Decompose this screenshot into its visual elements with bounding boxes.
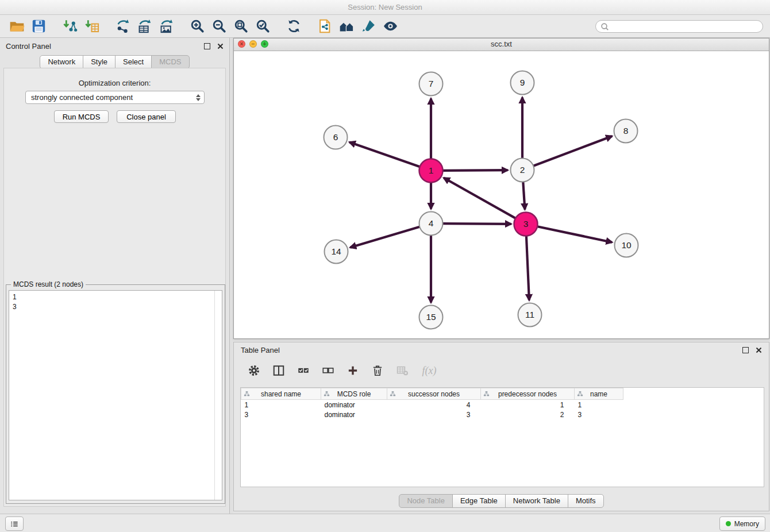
- tree-icon: [324, 391, 330, 397]
- table-tab-node-table[interactable]: Node Table: [399, 494, 453, 508]
- zoom-out-icon: [211, 18, 227, 34]
- paint-style-button[interactable]: [359, 17, 378, 36]
- show-hide-button[interactable]: [381, 17, 399, 36]
- close-table-panel-icon[interactable]: [756, 347, 762, 353]
- first-neighbors-button[interactable]: [337, 17, 356, 36]
- column-header-shared-name[interactable]: shared name: [241, 388, 321, 400]
- result-scrollbar-track[interactable]: [214, 291, 222, 500]
- mcds-result-title: MCDS result (2 nodes): [11, 280, 86, 288]
- graph-edge-2-8[interactable]: [533, 136, 612, 166]
- column-header-successor-nodes[interactable]: successor nodes: [387, 388, 481, 400]
- control-tab-network[interactable]: Network: [40, 55, 83, 69]
- cell-successor-nodes: 3: [387, 410, 481, 419]
- window-title: Session: New Session: [348, 3, 422, 11]
- column-header-predecessor-nodes[interactable]: predecessor nodes: [481, 388, 575, 400]
- svg-text:11: 11: [525, 310, 534, 319]
- table-tab-edge-table[interactable]: Edge Table: [452, 494, 506, 508]
- export-network-button[interactable]: [113, 17, 132, 36]
- graph-node-9[interactable]: 9: [511, 71, 534, 95]
- network-window-title: scc.txt: [491, 40, 512, 48]
- control-panel-header: Control Panel: [0, 38, 229, 54]
- delete-column-button[interactable]: [370, 363, 385, 378]
- zoom-in-button[interactable]: [188, 17, 206, 36]
- graph-node-3[interactable]: 3: [514, 213, 538, 236]
- tree-icon: [390, 391, 396, 397]
- graph-edge-1-2[interactable]: [443, 170, 508, 171]
- zoom-window-button[interactable]: +: [261, 40, 268, 48]
- network-canvas[interactable]: 7968124314101511: [234, 51, 769, 338]
- svg-text:14: 14: [331, 246, 341, 256]
- column-header-filler: [623, 388, 764, 400]
- clone-network-button[interactable]: [315, 17, 334, 36]
- tree-icon: [244, 391, 250, 397]
- graph-edge-3-1[interactable]: [444, 178, 515, 218]
- table-row[interactable]: 3dominator323: [241, 410, 764, 419]
- refresh-icon: [286, 18, 302, 34]
- open-session-button[interactable]: [7, 17, 26, 36]
- column-header-name[interactable]: name: [575, 388, 623, 400]
- graph-edge-1-6[interactable]: [349, 142, 420, 167]
- graph-node-11[interactable]: 11: [518, 303, 542, 327]
- import-network-icon: [62, 18, 78, 34]
- optimization-criterion-label: Optimization criterion:: [0, 79, 229, 87]
- table-settings-button[interactable]: [247, 363, 261, 378]
- close-window-button[interactable]: ×: [238, 40, 245, 48]
- gear-icon: [248, 364, 260, 377]
- import-network-button[interactable]: [60, 17, 79, 36]
- import-table-button[interactable]: [82, 17, 101, 36]
- save-session-button[interactable]: [29, 17, 48, 36]
- export-table-button[interactable]: [135, 17, 153, 36]
- unselect-all-rows-button[interactable]: [321, 363, 336, 378]
- graph-edge-4-14[interactable]: [350, 227, 419, 248]
- delete-table-button: [395, 363, 410, 378]
- zoom-selected-button[interactable]: [253, 17, 272, 36]
- columns-icon: [272, 364, 285, 377]
- graph-edge-3-10[interactable]: [537, 226, 612, 242]
- select-all-rows-button[interactable]: [296, 363, 311, 378]
- mcds-result-box[interactable]: 13: [9, 290, 222, 500]
- control-tab-mcds[interactable]: MCDS: [151, 55, 189, 69]
- task-history-button[interactable]: [5, 516, 24, 531]
- memory-button[interactable]: Memory: [719, 516, 765, 531]
- table-tab-motifs[interactable]: Motifs: [568, 494, 604, 508]
- show-columns-button[interactable]: [271, 363, 286, 378]
- cell-filler: [623, 410, 764, 419]
- graph-node-8[interactable]: 8: [614, 119, 638, 143]
- minimize-window-button[interactable]: −: [249, 40, 257, 48]
- folder-open-icon: [9, 18, 25, 34]
- graph-node-6[interactable]: 6: [324, 126, 348, 149]
- table-tab-network-table[interactable]: Network Table: [505, 494, 568, 508]
- add-column-button[interactable]: [345, 363, 360, 378]
- graph-node-4[interactable]: 4: [419, 212, 443, 236]
- float-panel-icon[interactable]: [204, 43, 210, 49]
- refresh-layout-button[interactable]: [284, 17, 303, 36]
- control-panel: Control Panel NetworkStyleSelectMCDS Opt…: [0, 38, 230, 514]
- zoom-selected-icon: [255, 18, 271, 34]
- table-row[interactable]: 1dominator411: [241, 400, 764, 410]
- search-input[interactable]: [595, 20, 763, 33]
- column-header-mcds-role[interactable]: MCDS role: [321, 388, 387, 400]
- close-panel-button[interactable]: Close panel: [117, 110, 176, 123]
- close-panel-icon[interactable]: [217, 43, 224, 49]
- export-image-button[interactable]: [157, 17, 175, 36]
- graph-node-10[interactable]: 10: [615, 234, 638, 257]
- control-tab-style[interactable]: Style: [83, 55, 116, 69]
- graph-edge-2-3[interactable]: [523, 182, 525, 210]
- graph-node-1[interactable]: 1: [419, 159, 443, 183]
- graph-node-2[interactable]: 2: [511, 159, 534, 182]
- fx-icon: f(x): [422, 365, 437, 377]
- graph-node-7[interactable]: 7: [419, 72, 443, 96]
- zoom-fit-button[interactable]: [232, 17, 250, 36]
- graph-edge-4-3[interactable]: [443, 223, 511, 224]
- workspace: ×−+ scc.txt 7968124314101511 Table Panel…: [233, 38, 770, 514]
- zoom-out-button[interactable]: [210, 17, 228, 36]
- control-tab-select[interactable]: Select: [115, 55, 152, 69]
- graph-edge-3-11[interactable]: [526, 236, 529, 300]
- float-table-panel-icon[interactable]: [742, 347, 749, 353]
- criterion-dropdown[interactable]: strongly connected component: [25, 91, 205, 104]
- select-all-icon: [297, 364, 310, 377]
- graph-node-14[interactable]: 14: [325, 240, 348, 264]
- graph-node-15[interactable]: 15: [419, 306, 443, 329]
- network-window-titlebar[interactable]: ×−+ scc.txt: [234, 38, 769, 51]
- run-mcds-button[interactable]: Run MCDS: [54, 110, 109, 123]
